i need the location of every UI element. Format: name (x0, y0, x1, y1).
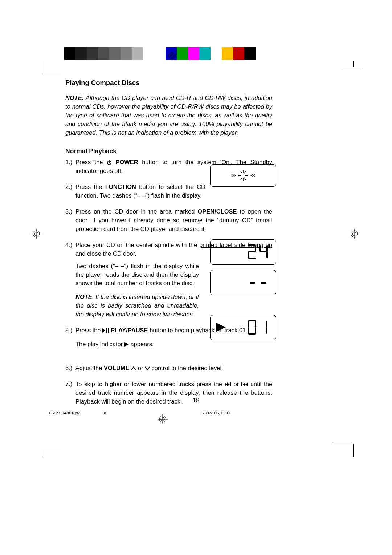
display-figure-loading (210, 164, 276, 187)
step-note: NOTE: If the disc is inserted upside dow… (75, 293, 199, 319)
registration-mark-icon (158, 414, 168, 424)
registration-mark-icon (31, 229, 41, 239)
dashes-flash-icon (230, 169, 256, 182)
svg-rect-34 (238, 175, 241, 176)
footer-page: 18 (102, 411, 106, 416)
registration-mark-icon (349, 229, 359, 239)
up-icon (131, 365, 136, 371)
svg-line-29 (241, 171, 242, 173)
footer-filename: ES128_042806.p65 (49, 411, 81, 416)
step-6: 6.) Adjust the VOLUME or control to the … (65, 364, 272, 373)
step-text: appears. (129, 341, 154, 347)
play-indicator-icon (124, 341, 129, 347)
step-text: Press on the CD door in the area marked (75, 208, 197, 215)
step-subtext: The play indicator appears. (75, 340, 199, 349)
step-text: control to the desired level. (150, 365, 223, 371)
svg-line-33 (244, 178, 246, 180)
volume-label: VOLUME (104, 365, 130, 371)
crop-mark (41, 450, 61, 457)
svg-rect-19 (106, 328, 107, 333)
display-figure-track01 (210, 315, 276, 340)
crop-mark (41, 61, 61, 74)
dashes-icon (211, 275, 276, 290)
step-text: Press the (75, 183, 105, 190)
step-text: Press the (75, 327, 102, 333)
open-close-label: OPEN/CLOSE (197, 208, 237, 215)
step-text: or (231, 381, 241, 387)
note-body: Although the CD player can read CD-R and… (65, 94, 272, 136)
svg-rect-25 (241, 382, 242, 386)
note-label: NOTE: (65, 94, 84, 101)
step-number: 2.) (65, 183, 72, 191)
step-text: To skip to higher or lower numbered trac… (75, 381, 225, 387)
step-number: 7.) (65, 380, 72, 389)
step-number: 5.) (65, 326, 72, 335)
play-pause-icon (102, 327, 109, 333)
step-subtext: Two dashes (“– –”) flash in the display … (75, 262, 199, 288)
step-text: Place your CD on the center spindle with… (75, 242, 199, 248)
svg-marker-21 (124, 342, 129, 347)
svg-rect-46 (261, 282, 266, 284)
footer-date: 28/4/2006, 11:39 (203, 411, 230, 416)
svg-marker-47 (216, 323, 226, 332)
svg-marker-23 (227, 382, 230, 386)
note-paragraph: NOTE: Although the CD player can read CD… (65, 94, 272, 137)
step-2: 2.) Press the FUNCTION button to select … (65, 183, 205, 200)
step-number: 1.) (65, 158, 72, 167)
step-3: 3.) Press on the CD door in the area mar… (65, 207, 272, 234)
svg-rect-45 (250, 282, 255, 284)
step-number: 6.) (65, 364, 72, 373)
svg-line-32 (241, 178, 242, 180)
page-content: Playing Compact Discs NOTE: Although the… (65, 78, 272, 413)
section-heading: Playing Compact Discs (65, 78, 272, 88)
svg-marker-26 (243, 382, 245, 386)
down-icon (145, 365, 150, 371)
step-text: or (136, 365, 145, 371)
display-figure-dashes (210, 270, 276, 295)
registration-mark-icon (167, 51, 177, 61)
svg-marker-22 (225, 382, 227, 386)
note-body: : If the disc is inserted upside down, o… (75, 293, 199, 317)
svg-marker-18 (102, 328, 105, 333)
function-label: FUNCTION (105, 183, 136, 190)
play-pause-label: PLAY/PAUSE (109, 327, 148, 333)
step-number: 4.) (65, 241, 72, 250)
step-text: Adjust the (75, 365, 104, 371)
seven-segment-24 (211, 243, 276, 261)
step-text: and close the CD door. (75, 250, 136, 257)
svg-line-30 (244, 171, 246, 173)
prev-track-icon (241, 381, 248, 387)
svg-rect-35 (245, 175, 248, 176)
crop-mark (333, 444, 354, 457)
subsection-heading: Normal Playback (65, 147, 272, 156)
page-number: 18 (0, 396, 392, 405)
power-icon (107, 159, 112, 165)
display-figure-tracks (210, 239, 276, 265)
step-text: The play indicator (75, 341, 124, 347)
play-icon (216, 323, 226, 335)
step-number: 3.) (65, 207, 72, 216)
power-label: POWER (112, 159, 138, 165)
color-calibration-bar (64, 47, 256, 60)
next-track-icon (225, 381, 231, 387)
step-text: Press the (75, 159, 107, 165)
note-label: NOTE (75, 293, 92, 300)
crop-mark (342, 61, 354, 67)
